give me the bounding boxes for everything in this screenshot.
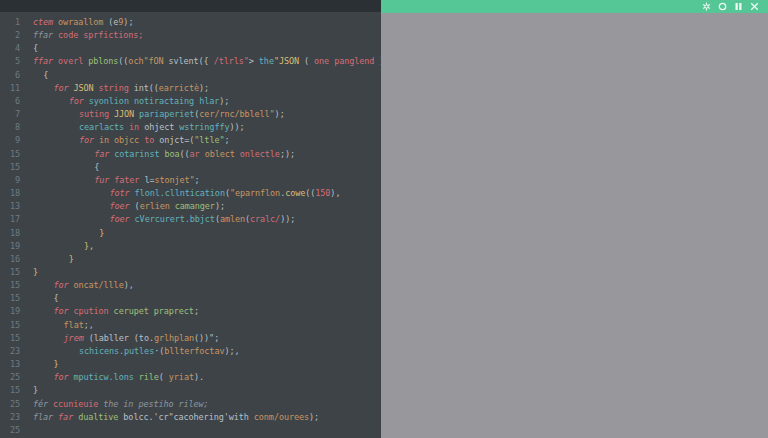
line-number: 16 — [0, 253, 20, 266]
code-editor-pane: 1ctem owraallom (e9);2ffar code sprficti… — [0, 0, 381, 438]
code-text: fur fater l=stonjet"; — [20, 174, 200, 187]
code-text: ctem owraallom (e9); — [20, 16, 133, 29]
code-text: foer (erlien camanger); — [20, 200, 225, 213]
code-text: suting JJON pariaperiet(cer/rnc/bblell")… — [20, 108, 285, 121]
line-number: 15 — [0, 332, 20, 345]
code-line: 13foer (erlien camanger); — [0, 200, 381, 213]
code-text: { — [20, 42, 38, 55]
preview-pane — [381, 0, 768, 438]
code-line: 8cearlacts in ohject wstringffy)); — [0, 121, 381, 134]
titlebar — [381, 0, 768, 13]
code-text: ffar overl pblons((och"fON svlent({ /tlr… — [20, 55, 381, 68]
code-text: } — [20, 227, 104, 240]
line-number: 25 — [0, 424, 20, 437]
line-number: 15 — [0, 161, 20, 174]
line-number: 15 — [0, 319, 20, 332]
line-number: 2 — [0, 29, 20, 42]
code-text: flar far dualtive bolcc.'cr"cacohering'w… — [20, 411, 319, 424]
code-text: flat;, — [20, 319, 94, 332]
line-number: 25 — [0, 371, 20, 384]
line-number: 18 — [0, 227, 20, 240]
code-line: 23flar far dualtive bolcc.'cr"cacohering… — [0, 411, 381, 424]
code-line: 25for mputicw.lons rile( yriat). — [0, 371, 381, 384]
circle-icon[interactable] — [718, 2, 727, 11]
code-line: 6for syonlion notiractaing hlar); — [0, 95, 381, 108]
code-text: for in objcc to onjct=("ltle"; — [20, 134, 229, 147]
code-line: 17foer cVercurert.bbjct(amlen(cralc/)); — [0, 213, 381, 226]
line-number: 19 — [0, 305, 20, 318]
code-line: 9fur fater l=stonjet"; — [0, 174, 381, 187]
code-line: 15far cotarinst boa((ar oblect onlectle;… — [0, 148, 381, 161]
code-text: for JSON string int((earrictè); — [20, 82, 209, 95]
line-number: 11 — [0, 82, 20, 95]
editor-tab-bar[interactable] — [0, 0, 381, 12]
line-number: 23 — [0, 345, 20, 358]
code-line: 23schicens.putles·(bllterfoctav);, — [0, 345, 381, 358]
code-line: 15} — [0, 266, 381, 279]
code-line: 6{ — [0, 69, 381, 82]
line-number: 19 — [0, 240, 20, 253]
code-text: }, — [20, 240, 94, 253]
code-line: 16} — [0, 253, 381, 266]
code-text: for oncat/llle), — [20, 279, 134, 292]
line-number: 9 — [0, 134, 20, 147]
code-text: foer cVercurert.bbjct(amlen(cralc/)); — [20, 213, 295, 226]
code-text: } — [20, 253, 74, 266]
code-line: 1ctem owraallom (e9); — [0, 16, 381, 29]
line-number: 15 — [0, 266, 20, 279]
close-icon[interactable] — [750, 2, 759, 11]
code-line: 7suting JJON pariaperiet(cer/rnc/bblell"… — [0, 108, 381, 121]
line-number: 15 — [0, 292, 20, 305]
code-text: for syonlion notiractaing hlar); — [20, 95, 229, 108]
code-text: fér ccunieuie the in pestiho rilew; — [20, 398, 209, 411]
code-line: 15{ — [0, 292, 381, 305]
line-number: 7 — [0, 108, 20, 121]
code-text: } — [20, 358, 58, 371]
code-text: } — [20, 266, 38, 279]
line-number: 1 — [0, 16, 20, 29]
code-line: 4{ — [0, 42, 381, 55]
line-number: 6 — [0, 69, 20, 82]
code-line: 15jrem (labller (to.grlhplan())"; — [0, 332, 381, 345]
code-text: schicens.putles·(bllterfoctav);, — [20, 345, 239, 358]
line-number: 5 — [0, 55, 20, 68]
code-text: far cotarinst boa((ar oblect onlectle;); — [20, 148, 295, 161]
line-number: 23 — [0, 411, 20, 424]
gear-icon[interactable] — [702, 2, 711, 11]
code-text: fotr flonl.cllntication("eparnflon.cowe(… — [20, 187, 340, 200]
line-number: 17 — [0, 213, 20, 226]
code-text: { — [20, 292, 58, 305]
line-number: 15 — [0, 384, 20, 397]
code-text — [20, 424, 33, 437]
code-line: 25 — [0, 424, 381, 437]
code-line: 15for oncat/llle), — [0, 279, 381, 292]
line-number: 9 — [0, 174, 20, 187]
line-number: 15 — [0, 148, 20, 161]
code-line: 13} — [0, 358, 381, 371]
code-line: 9for in objcc to onjct=("ltle"; — [0, 134, 381, 147]
code-line: 2ffar code sprfictions; — [0, 29, 381, 42]
code-line: 15} — [0, 384, 381, 397]
code-text: } — [20, 384, 38, 397]
code-line: 25fér ccunieuie the in pestiho rilew; — [0, 398, 381, 411]
code-text: { — [20, 161, 99, 174]
line-number: 13 — [0, 358, 20, 371]
line-number: 13 — [0, 200, 20, 213]
code-text: jrem (labller (to.grlhplan())"; — [20, 332, 219, 345]
code-line: 15{ — [0, 161, 381, 174]
line-number: 15 — [0, 279, 20, 292]
code-area[interactable]: 1ctem owraallom (e9);2ffar code sprficti… — [0, 12, 381, 438]
code-line: 18} — [0, 227, 381, 240]
code-line: 18fotr flonl.cllntication("eparnflon.cow… — [0, 187, 381, 200]
code-text: ffar code sprfictions; — [20, 29, 143, 42]
code-line: 11for JSON string int((earrictè); — [0, 82, 381, 95]
pause-icon[interactable] — [734, 2, 743, 11]
line-number: 4 — [0, 42, 20, 55]
code-line: 15flat;, — [0, 319, 381, 332]
code-text: cearlacts in ohject wstringffy)); — [20, 121, 245, 134]
code-text: { — [20, 69, 48, 82]
preview-panel-body[interactable] — [381, 13, 768, 438]
line-number: 8 — [0, 121, 20, 134]
line-number: 25 — [0, 398, 20, 411]
code-line: 19}, — [0, 240, 381, 253]
